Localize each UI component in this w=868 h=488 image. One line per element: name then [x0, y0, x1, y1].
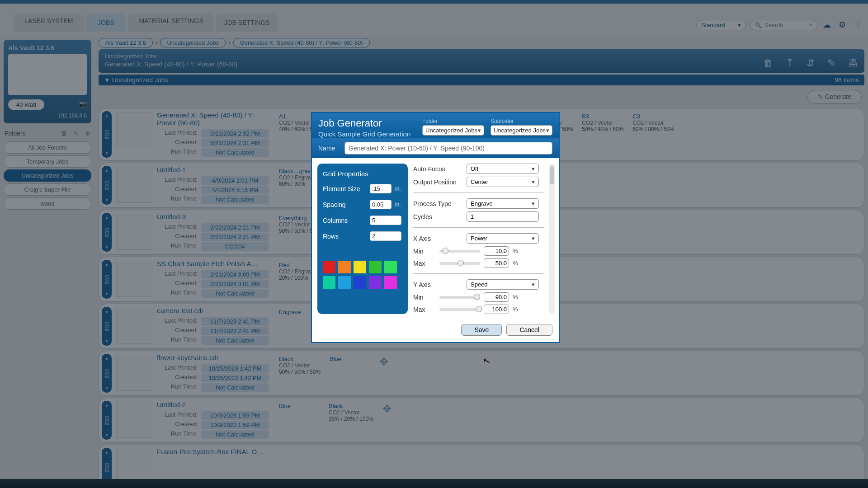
- xmax-slider[interactable]: [439, 262, 480, 265]
- columns-input[interactable]: [370, 216, 401, 225]
- color-swatch[interactable]: [354, 276, 366, 289]
- xmax-value[interactable]: [484, 258, 509, 268]
- folder-label: Folder: [422, 118, 484, 124]
- name-label: Name: [318, 145, 340, 152]
- ymax-value[interactable]: [484, 305, 509, 314]
- yaxis-select[interactable]: Speed: [467, 279, 539, 290]
- rows-input[interactable]: [370, 231, 401, 241]
- color-swatch[interactable]: [384, 276, 397, 289]
- color-swatch[interactable]: [323, 261, 335, 273]
- color-swatch[interactable]: [338, 261, 351, 273]
- subfolder-select[interactable]: Uncategorized Jobs: [491, 125, 552, 136]
- folder-select[interactable]: Uncategorized Jobs: [422, 125, 484, 136]
- spacing-input[interactable]: [370, 200, 392, 209]
- process-type-select[interactable]: Engrave: [467, 198, 539, 209]
- color-swatch[interactable]: [323, 276, 335, 289]
- ymin-value[interactable]: [484, 292, 509, 302]
- xaxis-select[interactable]: Power: [467, 233, 539, 244]
- props-scrollbar[interactable]: [549, 164, 555, 314]
- autofocus-select[interactable]: Off: [467, 164, 539, 174]
- color-swatch[interactable]: [384, 261, 397, 273]
- xmin-slider[interactable]: [439, 250, 480, 253]
- cancel-button[interactable]: Cancel: [506, 324, 552, 336]
- grid-title: Grid Properties: [323, 170, 402, 178]
- color-swatch[interactable]: [354, 261, 366, 273]
- element-size-input[interactable]: [370, 184, 392, 193]
- ymax-slider[interactable]: [439, 308, 480, 311]
- color-swatch[interactable]: [369, 261, 382, 273]
- job-generator-modal: Job Generator Quick Sample Grid Generati…: [311, 112, 560, 343]
- subfolder-label: Subfolder: [491, 118, 552, 124]
- outputpos-select[interactable]: Center: [467, 177, 539, 187]
- name-input[interactable]: Generated X: Power (10-50) / Y: Speed (9…: [344, 142, 552, 155]
- color-swatch[interactable]: [369, 276, 382, 289]
- grid-properties-panel: Grid Properties Element Sizein. Spacingi…: [317, 164, 408, 314]
- save-button[interactable]: Save: [461, 324, 502, 336]
- cycles-input[interactable]: [467, 211, 539, 222]
- color-swatch[interactable]: [338, 276, 351, 289]
- ymin-slider[interactable]: [439, 296, 480, 299]
- xmin-value[interactable]: [484, 246, 509, 256]
